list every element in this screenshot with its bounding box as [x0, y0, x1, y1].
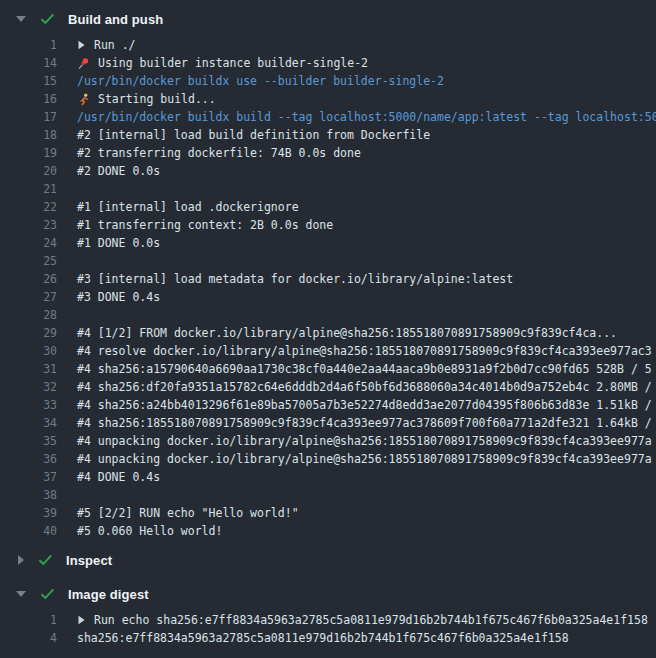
line-number[interactable]: 17 — [0, 108, 57, 126]
log-line: 20#2 DONE 0.0s — [0, 162, 656, 180]
line-number[interactable]: 34 — [0, 414, 57, 432]
line-text: #4 sha256:185518070891758909c9f839cf4ca3… — [77, 414, 652, 432]
log-line: 28 — [0, 306, 656, 324]
line-number[interactable]: 36 — [0, 450, 57, 468]
line-number[interactable]: 39 — [0, 504, 57, 522]
line-number[interactable]: 40 — [0, 522, 57, 540]
line-number[interactable]: 20 — [0, 162, 57, 180]
log-line: 35#4 unpacking docker.io/library/alpine@… — [0, 432, 656, 450]
log-line: 22#1 [internal] load .dockerignore — [0, 198, 656, 216]
log-lines-build-and-push: 1Run ./14Using builder instance builder-… — [0, 36, 656, 540]
log-line: 23#1 transferring context: 2B 0.0s done — [0, 216, 656, 234]
line-text: #4 sha256:df20fa9351a15782c64e6dddb2d4a6… — [77, 378, 652, 396]
log-line: 27#3 DONE 0.4s — [0, 288, 656, 306]
line-text: #4 resolve docker.io/library/alpine@sha2… — [77, 342, 652, 360]
line-text: Run echo sha256:e7ff8834a5963a2785c5a081… — [77, 611, 648, 629]
line-number[interactable]: 35 — [0, 432, 57, 450]
chevron-down-icon[interactable] — [16, 16, 26, 22]
line-number[interactable]: 23 — [0, 216, 57, 234]
section-build-and-push: Build and push 1Run ./14Using builder in… — [0, 8, 656, 540]
check-icon — [40, 13, 55, 25]
section-header-inspect[interactable]: Inspect — [0, 549, 656, 571]
line-text: /usr/bin/docker buildx build --tag local… — [77, 108, 656, 126]
pushpin-icon — [77, 57, 92, 70]
line-number[interactable]: 4 — [0, 629, 57, 647]
log-line: 14Using builder instance builder-single-… — [0, 54, 656, 72]
line-number[interactable]: 29 — [0, 324, 57, 342]
log-line: 15/usr/bin/docker buildx use --builder b… — [0, 72, 656, 90]
line-number[interactable]: 27 — [0, 288, 57, 306]
line-number[interactable]: 26 — [0, 270, 57, 288]
line-text: #4 sha256:a24bb4013296f61e89ba57005a7b3e… — [77, 396, 652, 414]
line-text: #2 [internal] load build definition from… — [77, 126, 430, 144]
line-number[interactable]: 14 — [0, 54, 57, 72]
line-number[interactable]: 18 — [0, 126, 57, 144]
section-image-digest: Image digest 1Run echo sha256:e7ff8834a5… — [0, 583, 656, 647]
line-text: #3 DONE 0.4s — [77, 288, 160, 306]
section-header-image-digest[interactable]: Image digest — [0, 583, 656, 605]
log-line: 36#4 unpacking docker.io/library/alpine@… — [0, 450, 656, 468]
log-line: 1Run echo sha256:e7ff8834a5963a2785c5a08… — [0, 611, 656, 629]
log-line: 34#4 sha256:185518070891758909c9f839cf4c… — [0, 414, 656, 432]
line-number[interactable]: 21 — [0, 180, 57, 198]
log-line: 19#2 transferring dockerfile: 74B 0.0s d… — [0, 144, 656, 162]
line-number[interactable]: 31 — [0, 360, 57, 378]
log-line: 39#5 [2/2] RUN echo "Hello world!" — [0, 504, 656, 522]
line-text: #1 transferring context: 2B 0.0s done — [77, 216, 333, 234]
line-number[interactable]: 19 — [0, 144, 57, 162]
log-line: 1Run ./ — [0, 36, 656, 54]
log-line: 29#4 [1/2] FROM docker.io/library/alpine… — [0, 324, 656, 342]
line-number[interactable]: 22 — [0, 198, 57, 216]
log-line: 31#4 sha256:a15790640a6690aa1730c38cf0a4… — [0, 360, 656, 378]
section-title[interactable]: Inspect — [66, 553, 112, 568]
line-number[interactable]: 15 — [0, 72, 57, 90]
chevron-down-icon[interactable] — [16, 591, 26, 597]
line-text: sha256:e7ff8834a5963a2785c5a0811e979d16b… — [77, 629, 569, 647]
workflow-log: Build and push 1Run ./14Using builder in… — [0, 0, 656, 658]
log-line: 25 — [0, 252, 656, 270]
line-number[interactable]: 1 — [0, 36, 57, 54]
line-number[interactable]: 30 — [0, 342, 57, 360]
log-line: 4sha256:e7ff8834a5963a2785c5a0811e979d16… — [0, 629, 656, 647]
play-icon[interactable] — [77, 615, 86, 625]
line-text: #4 DONE 0.4s — [77, 468, 160, 486]
line-text: #5 [2/2] RUN echo "Hello world!" — [77, 504, 299, 522]
chevron-right-icon[interactable] — [18, 555, 24, 565]
line-number[interactable]: 37 — [0, 468, 57, 486]
log-line: 24#1 DONE 0.0s — [0, 234, 656, 252]
line-text: #4 [1/2] FROM docker.io/library/alpine@s… — [77, 324, 617, 342]
runner-icon — [77, 93, 92, 106]
line-text: #2 DONE 0.0s — [77, 162, 160, 180]
line-number[interactable]: 38 — [0, 486, 57, 504]
line-number[interactable]: 28 — [0, 306, 57, 324]
line-text: Run ./ — [77, 36, 136, 54]
log-line: 32#4 sha256:df20fa9351a15782c64e6dddb2d4… — [0, 378, 656, 396]
line-number[interactable]: 32 — [0, 378, 57, 396]
line-text: #4 sha256:a15790640a6690aa1730c38cf0a440… — [77, 360, 652, 378]
check-icon — [40, 588, 55, 600]
section-title[interactable]: Build and push — [68, 12, 163, 27]
section-title[interactable]: Image digest — [68, 587, 149, 602]
section-header-build-and-push[interactable]: Build and push — [0, 8, 656, 30]
play-icon[interactable] — [77, 40, 86, 50]
line-number[interactable]: 25 — [0, 252, 57, 270]
log-line: 38 — [0, 486, 656, 504]
line-text: /usr/bin/docker buildx use --builder bui… — [77, 72, 444, 90]
line-number[interactable]: 33 — [0, 396, 57, 414]
line-number[interactable]: 1 — [0, 611, 57, 629]
line-text: #1 DONE 0.0s — [77, 234, 160, 252]
log-lines-image-digest: 1Run echo sha256:e7ff8834a5963a2785c5a08… — [0, 611, 656, 647]
line-text: #1 [internal] load .dockerignore — [77, 198, 299, 216]
line-text: #2 transferring dockerfile: 74B 0.0s don… — [77, 144, 361, 162]
line-number[interactable]: 24 — [0, 234, 57, 252]
log-line: 16Starting build... — [0, 90, 656, 108]
section-inspect: Inspect — [0, 549, 656, 571]
log-line: 30#4 resolve docker.io/library/alpine@sh… — [0, 342, 656, 360]
log-line: 18#2 [internal] load build definition fr… — [0, 126, 656, 144]
line-number[interactable]: 16 — [0, 90, 57, 108]
line-text: #4 unpacking docker.io/library/alpine@sh… — [77, 432, 652, 450]
log-line: 33#4 sha256:a24bb4013296f61e89ba57005a7b… — [0, 396, 656, 414]
line-text: Using builder instance builder-single-2 — [77, 54, 368, 72]
log-line: 37#4 DONE 0.4s — [0, 468, 656, 486]
check-icon — [38, 554, 53, 566]
